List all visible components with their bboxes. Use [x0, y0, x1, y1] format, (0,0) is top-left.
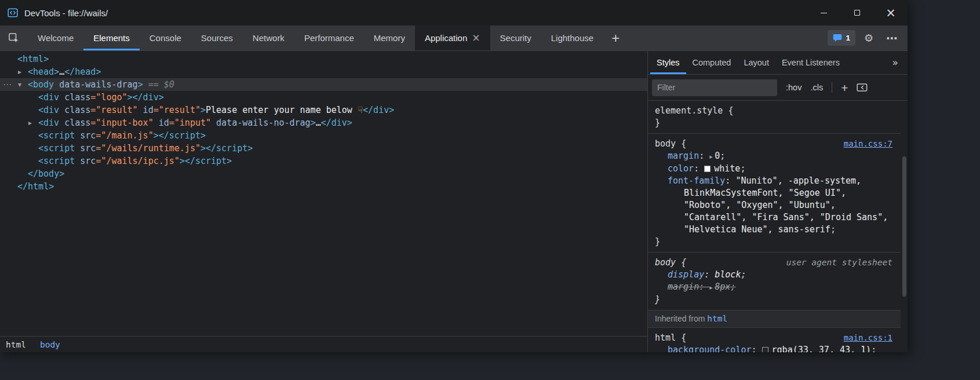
- tag-token: <div: [38, 105, 59, 115]
- css-property-name: background-color: [668, 345, 752, 352]
- stylesheet-link[interactable]: main.css:1: [844, 332, 892, 344]
- rule-selector[interactable]: body: [655, 257, 676, 269]
- dom-tree-node[interactable]: <div class="logo"></div>: [0, 91, 647, 104]
- styles-tabbar: StylesComputedLayoutEvent Listeners »: [648, 51, 908, 75]
- style-rule: body {user agent stylesheetdisplay: bloc…: [648, 253, 901, 310]
- css-declaration[interactable]: color: white;: [648, 163, 901, 175]
- dom-tree-node[interactable]: ▸<div class="input-box" id="input" data-…: [0, 116, 647, 129]
- breadcrumb-item-body[interactable]: body: [40, 340, 60, 349]
- expand-shorthand-icon[interactable]: ▸: [709, 284, 715, 291]
- open-brace: {: [676, 257, 686, 269]
- issues-count-badge: 1: [846, 34, 850, 42]
- desktop-background: DevTools - file://wails/ × WelcomeElemen…: [0, 0, 980, 380]
- tab-sources[interactable]: Sources: [191, 25, 243, 50]
- dom-tree-node[interactable]: <script src="/main.js"></script>: [0, 129, 647, 142]
- dom-tree-node[interactable]: <html>: [0, 53, 647, 65]
- sidebar-tab-styles[interactable]: Styles: [650, 51, 686, 74]
- dom-tree-node[interactable]: <script src="/wails/ipc.js"></script>: [0, 155, 647, 167]
- node-link[interactable]: html: [707, 314, 727, 323]
- tag-token: >: [138, 79, 143, 90]
- dom-tree-node[interactable]: ▸<head>…</head>: [0, 65, 647, 78]
- stylesheet-link[interactable]: main.css:7: [844, 138, 892, 150]
- expand-arrow-icon[interactable]: ▸: [28, 116, 38, 129]
- rule-selector[interactable]: body: [655, 138, 676, 150]
- tag-token: >: [311, 118, 316, 128]
- pseudo-state-toggle[interactable]: :hov: [786, 83, 802, 92]
- tag-token: <body: [28, 79, 54, 90]
- feedback-issues-button[interactable]: 1: [828, 30, 855, 46]
- tab-overflow-chevron-icon[interactable]: »: [892, 57, 898, 68]
- tag-token: <div: [38, 118, 59, 128]
- attr-name-token: class: [59, 118, 90, 128]
- semicolon: ;: [740, 163, 745, 174]
- inspect-cursor-icon: [8, 32, 20, 44]
- element-class-toggle[interactable]: .cls: [810, 83, 823, 92]
- css-declaration[interactable]: margin: ▸ 0;: [648, 150, 901, 163]
- breadcrumb-item-html[interactable]: html: [6, 340, 26, 349]
- styles-scrollbar-thumb[interactable]: [902, 156, 906, 297]
- expand-shorthand-icon[interactable]: ▸: [709, 153, 715, 160]
- css-declaration[interactable]: background-color: rgba(33, 37, 43, 1);: [648, 344, 901, 352]
- color-swatch[interactable]: [704, 166, 711, 172]
- css-declaration[interactable]: margin: ▸ 8px;: [648, 281, 901, 294]
- dom-tree-node[interactable]: <script src="/wails/runtime.js"></script…: [0, 142, 647, 155]
- attr-value-token: ="/wails/runtime.js": [96, 143, 201, 154]
- tag-token: </div>: [363, 105, 394, 115]
- attr-name-token: id: [138, 105, 154, 115]
- styles-rules: element.style {}body {main.css:7margin: …: [648, 101, 908, 352]
- settings-gear-icon[interactable]: ⚙: [859, 28, 879, 48]
- color-swatch[interactable]: [762, 347, 768, 352]
- styles-sidebar: StylesComputedLayoutEvent Listeners » :h…: [647, 51, 908, 352]
- window-title: DevTools - file://wails/: [24, 8, 108, 18]
- dom-tree-node[interactable]: </html>: [0, 180, 647, 193]
- tab-network[interactable]: Network: [243, 25, 294, 50]
- close-button[interactable]: ×: [874, 0, 908, 25]
- attr-value-token: ="input": [169, 118, 211, 128]
- attr-name-token: src: [75, 130, 96, 141]
- toolbar-divider: [832, 82, 832, 93]
- css-declaration[interactable]: display: block;: [648, 269, 901, 281]
- tab-application[interactable]: Application×: [415, 25, 490, 50]
- style-rule: html {main.css:1background-color: rgba(3…: [648, 328, 901, 352]
- tab-performance[interactable]: Performance: [294, 25, 364, 50]
- dom-tree-node[interactable]: </body>: [0, 167, 647, 180]
- inspect-element-button[interactable]: [0, 25, 28, 50]
- sidebar-tab-computed[interactable]: Computed: [686, 51, 738, 74]
- rule-selector[interactable]: element.style: [655, 105, 723, 117]
- dom-tree-node[interactable]: ⋯▾<body data-wails-drag> == $0: [0, 78, 647, 91]
- styles-filter-input[interactable]: [652, 79, 777, 96]
- attr-value-token: ="/wails/ipc.js": [96, 156, 180, 166]
- add-panel-button[interactable]: +: [603, 25, 628, 50]
- colon: :: [725, 176, 735, 186]
- sidebar-tab-layout[interactable]: Layout: [737, 51, 775, 74]
- computed-sidebar-toggle-icon[interactable]: [857, 82, 868, 93]
- dom-tree-node[interactable]: <div class="result" id="result">Please e…: [0, 104, 647, 116]
- inherited-from-header: Inherited from html: [648, 310, 901, 328]
- new-style-rule-button[interactable]: +: [841, 82, 848, 94]
- css-declaration[interactable]: font-family: "Nunito", -apple-system, Bl…: [648, 175, 901, 236]
- maximize-button[interactable]: [840, 0, 874, 25]
- minimize-button[interactable]: [807, 0, 840, 25]
- sidebar-tab-event-listeners[interactable]: Event Listeners: [775, 51, 846, 74]
- text-token: …: [316, 118, 321, 128]
- tab-security[interactable]: Security: [490, 25, 541, 50]
- close-icon: ×: [886, 7, 896, 19]
- tag-token: ></div>: [127, 92, 164, 103]
- rule-selector[interactable]: html: [655, 332, 676, 344]
- attr-name-token: src: [75, 143, 96, 154]
- node-overflow-dots[interactable]: ⋯: [3, 78, 12, 91]
- expand-arrow-icon[interactable]: ▾: [18, 78, 27, 91]
- tag-token: <script: [38, 130, 75, 141]
- tab-console[interactable]: Console: [140, 25, 191, 50]
- attr-name-token: id: [154, 118, 169, 128]
- tab-elements[interactable]: Elements: [83, 25, 140, 50]
- semicolon: ;: [720, 151, 725, 161]
- tab-memory[interactable]: Memory: [364, 25, 415, 50]
- tab-lighthouse[interactable]: Lighthouse: [541, 25, 603, 50]
- tab-label: Computed: [693, 58, 731, 67]
- more-options-icon[interactable]: ⋯: [882, 28, 902, 48]
- close-tab-icon[interactable]: ×: [472, 33, 480, 43]
- expand-arrow-icon[interactable]: ▸: [18, 65, 27, 78]
- tab-welcome[interactable]: Welcome: [28, 25, 83, 50]
- css-property-value: 0: [715, 151, 720, 161]
